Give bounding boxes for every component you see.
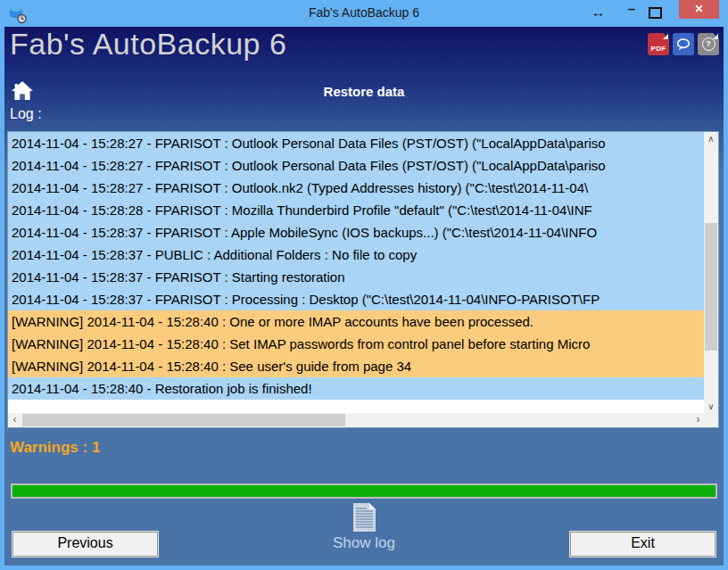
page-fold (713, 33, 719, 39)
log-entry[interactable]: 2014-11-04 - 15:28:37 - FPARISOT : Start… (8, 266, 705, 288)
titlebar: Fab's AutoBackup 6 ↔ – ✕ (0, 0, 728, 27)
help-icon[interactable]: ? (698, 33, 719, 55)
show-log-label: Show log (333, 534, 395, 552)
scroll-up-icon[interactable]: ∧ (704, 132, 718, 145)
log-entry[interactable]: 2014-11-04 - 15:28:37 - FPARISOT : Proce… (8, 288, 705, 310)
log-entry[interactable]: 2014-11-04 - 15:28:40 - Restoration job … (8, 377, 705, 400)
app-title: Fab's AutoBackup 6 (10, 27, 286, 62)
log-entry[interactable]: 2014-11-04 - 15:28:37 - PUBLIC : Additio… (8, 244, 705, 266)
log-entry[interactable]: 2014-11-04 - 15:28:28 - FPARISOT : Mozil… (8, 199, 705, 221)
log-entry[interactable]: 2014-11-04 - 15:28:27 - FPARISOT : Outlo… (8, 154, 705, 177)
log-entry[interactable]: 2014-11-04 - 15:28:37 - FPARISOT : Apple… (8, 221, 705, 244)
main-content: Fab's AutoBackup 6 PDF ? Restore data (4, 27, 724, 566)
horizontal-scroll-thumb[interactable] (22, 414, 345, 426)
log-box: 2014-11-04 - 15:28:27 - FPARISOT : Outlo… (7, 131, 719, 428)
scroll-down-icon[interactable]: ∨ (704, 400, 718, 413)
vertical-scroll-thumb[interactable] (705, 223, 717, 351)
log-entry[interactable]: [WARNING] 2014-11-04 - 15:28:40 : One or… (8, 310, 705, 333)
vertical-scrollbar[interactable]: ∧ ∨ (704, 132, 718, 413)
close-button[interactable]: ✕ (679, 0, 719, 19)
speech-bubble-icon (675, 37, 691, 53)
log-entry[interactable]: 2014-11-04 - 15:28:27 - FPARISOT : Outlo… (8, 132, 705, 154)
log-entry[interactable]: 2014-11-04 - 15:28:27 - FPARISOT : Outlo… (8, 177, 705, 199)
window-title: Fab's AutoBackup 6 (0, 5, 728, 20)
scrollbar-corner (704, 413, 718, 427)
scroll-left-icon[interactable]: ‹ (8, 413, 21, 427)
horizontal-scrollbar[interactable]: ‹ › (8, 413, 705, 427)
chat-support-icon[interactable] (673, 33, 694, 55)
log-entry[interactable]: [WARNING] 2014-11-04 - 15:28:40 : See us… (8, 355, 705, 377)
page-fold (663, 33, 669, 39)
log-entry[interactable]: [WARNING] 2014-11-04 - 15:28:40 : Set IM… (8, 333, 705, 355)
page-title: Restore data (4, 84, 724, 99)
maximize-button[interactable] (649, 7, 662, 19)
header-icons: PDF ? (648, 33, 719, 55)
log-list: 2014-11-04 - 15:28:27 - FPARISOT : Outlo… (8, 132, 705, 412)
app-window: Fab's AutoBackup 6 ↔ – ✕ Fab's AutoBacku… (0, 0, 728, 570)
progress-bar (11, 483, 717, 499)
exit-button[interactable]: Exit (570, 532, 716, 557)
minimize-button[interactable]: – (628, 1, 635, 16)
pdf-manual-icon[interactable]: PDF (648, 33, 669, 55)
warnings-count: Warnings : 1 (10, 439, 100, 457)
log-label: Log : (10, 106, 42, 122)
resize-arrows-icon[interactable]: ↔ (592, 4, 605, 20)
progress-fill (12, 485, 716, 497)
scroll-right-icon[interactable]: › (691, 413, 705, 427)
document-icon (352, 502, 376, 533)
